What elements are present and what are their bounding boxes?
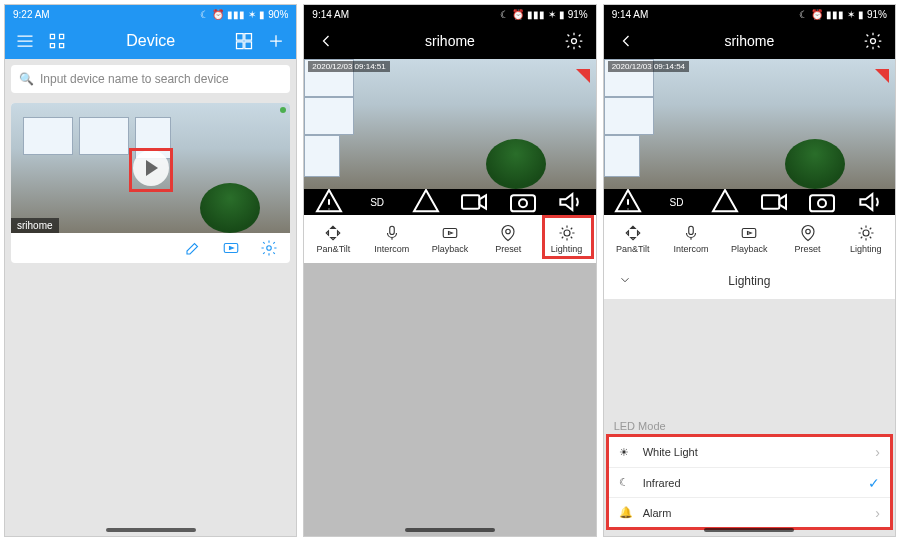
sound-icon[interactable] [555,186,587,218]
signal-icon: ▮▮▮ [227,9,245,20]
battery-pct: 91% [867,9,887,20]
video-feed[interactable]: 2020/12/03 09:14:54 [604,59,895,189]
app-header: Device [5,23,296,59]
svg-point-13 [818,199,826,207]
search-icon: 🔍 [19,72,34,86]
battery-pct: 90% [268,9,288,20]
status-time: 9:14 AM [612,9,649,20]
screen-lighting-panel: 9:14 AM ☾ ⏰ ▮▮▮ ✶ ▮ 91% srihome 2020/12/… [603,4,896,537]
moon-icon: ☾ [619,476,635,489]
tool-tabs: Pan&Tilt Intercom Playback Preset Lighti… [304,215,595,263]
battery-icon: ▮ [858,9,864,20]
playback-icon[interactable] [222,239,240,257]
device-name-label: srihome [11,218,59,233]
tool-lighting[interactable]: Lighting [837,215,895,263]
settings-button[interactable] [863,31,883,51]
menu-icon[interactable] [15,31,35,51]
grid-icon[interactable] [234,31,254,51]
tool-pantilt[interactable]: Pan&Tilt [304,215,362,263]
alert-icon[interactable] [612,186,644,218]
device-search[interactable]: 🔍 Input device name to search device [11,65,290,93]
quality-button[interactable]: SD [660,197,692,208]
highlight-lighting [542,215,594,259]
wifi-icon: ✶ [248,9,256,20]
search-placeholder: Input device name to search device [40,72,229,86]
tool-playback[interactable]: Playback [720,215,778,263]
back-button[interactable] [316,31,336,51]
status-right: ☾ ⏰ ▮▮▮ ✶ ▮ 90% [200,9,288,20]
live-header: srihome [304,23,595,59]
battery-pct: 91% [568,9,588,20]
bell-icon: 🔔 [619,506,635,519]
svg-point-8 [506,229,511,234]
edit-icon[interactable] [184,239,202,257]
screen-live-view: 9:14 AM ☾ ⏰ ▮▮▮ ✶ ▮ 91% srihome 2020/12/… [303,4,596,537]
status-time: 9:22 AM [13,9,50,20]
alarm-icon: ⏰ [212,9,224,20]
signal-icon: ▮▮▮ [527,9,545,20]
svg-rect-3 [462,195,479,208]
settings-icon[interactable] [260,239,278,257]
online-dot [280,107,286,113]
device-preview[interactable]: srihome [11,103,290,233]
battery-icon: ▮ [259,9,265,20]
lighting-panel-header[interactable]: Lighting [604,263,895,299]
video-feed[interactable]: 2020/12/03 09:14:51 [304,59,595,189]
moon-icon: ☾ [799,9,808,20]
led-mode-list: ☀ White Light › ☾ Infrared ✓ 🔔 Alarm › [606,434,893,530]
svg-rect-15 [743,229,757,238]
live-video-area: 2020/12/03 09:14:51 SD [304,59,595,215]
timestamp-osd: 2020/12/03 09:14:54 [608,61,689,72]
lighting-panel-title: Lighting [604,274,895,288]
led-mode-white-light[interactable]: ☀ White Light › [609,437,890,467]
add-icon[interactable] [266,31,286,51]
settings-button[interactable] [564,31,584,51]
svg-rect-7 [443,229,457,238]
status-time: 9:14 AM [312,9,349,20]
alert2-icon[interactable] [709,186,741,218]
device-card[interactable]: srihome [11,103,290,263]
sound-icon[interactable] [855,186,887,218]
wifi-icon: ✶ [847,9,855,20]
moon-icon: ☾ [200,9,209,20]
alert2-icon[interactable] [410,186,442,218]
check-icon: ✓ [868,475,880,491]
live-header: srihome [604,23,895,59]
svg-point-1 [267,246,272,251]
status-bar: 9:14 AM ☾ ⏰ ▮▮▮ ✶ ▮ 91% [304,5,595,23]
signal-icon: ▮▮▮ [826,9,844,20]
record-icon[interactable] [758,186,790,218]
snapshot-icon[interactable] [507,186,539,218]
battery-icon: ▮ [559,9,565,20]
svg-rect-14 [689,226,694,234]
tool-intercom[interactable]: Intercom [363,215,421,263]
tool-playback[interactable]: Playback [421,215,479,263]
alarm-icon: ⏰ [512,9,524,20]
svg-point-5 [519,199,527,207]
scan-icon[interactable] [47,31,67,51]
tool-preset[interactable]: Preset [778,215,836,263]
led-mode-alarm[interactable]: 🔔 Alarm › [609,497,890,527]
chevron-right-icon: › [875,444,880,460]
alert-icon[interactable] [313,186,345,218]
record-icon[interactable] [458,186,490,218]
tool-preset[interactable]: Preset [479,215,537,263]
video-toolbar: SD [304,189,595,215]
led-mode-infrared[interactable]: ☾ Infrared ✓ [609,467,890,497]
header-title: srihome [724,33,774,49]
quality-button[interactable]: SD [361,197,393,208]
device-actions [11,233,290,263]
timestamp-osd: 2020/12/03 09:14:51 [308,61,389,72]
back-button[interactable] [616,31,636,51]
status-bar: 9:14 AM ☾ ⏰ ▮▮▮ ✶ ▮ 91% [604,5,895,23]
tool-intercom[interactable]: Intercom [662,215,720,263]
svg-point-2 [571,39,576,44]
header-title: Device [126,32,175,50]
tool-pantilt[interactable]: Pan&Tilt [604,215,662,263]
led-mode-section-label: LED Mode [604,416,895,434]
tool-tabs: Pan&Tilt Intercom Playback Preset Lighti… [604,215,895,263]
alarm-icon: ⏰ [811,9,823,20]
live-video-area: 2020/12/03 09:14:54 SD [604,59,895,215]
snapshot-icon[interactable] [806,186,838,218]
sun-icon: ☀ [619,446,635,459]
